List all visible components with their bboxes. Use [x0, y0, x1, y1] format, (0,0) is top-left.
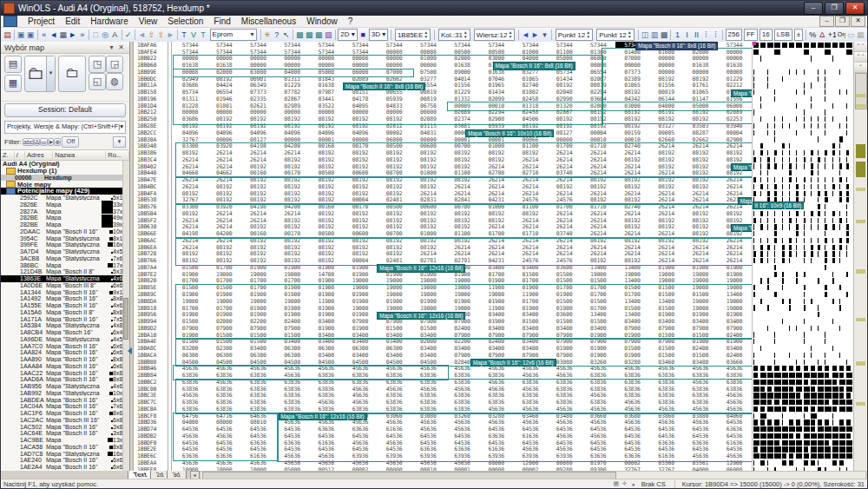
sidebar-scrollbar-thumb[interactable]: [123, 298, 128, 340]
width-16-chip[interactable]: 16: [760, 29, 773, 41]
map-list-item[interactable]: 3954CMapa "Statystyczna 18x1: [1, 235, 129, 241]
menu-item-selection[interactable]: Selection: [162, 17, 208, 26]
splitter-collapse-icon[interactable]: [128, 347, 132, 354]
title-bar[interactable]: WinOLS - Audi A4 (Oryginał), 518752, Hex…: [1, 1, 867, 16]
map-list-item[interactable]: 1ABDEAMapa "Bosch II 16"6x6: [1, 396, 129, 403]
map-list-item[interactable]: 1AAC22Mapa "Bosch II 16"8x8: [1, 369, 129, 376]
tools-icon[interactable]: ✳: [262, 29, 272, 42]
filter-button-0[interactable]: abc: [23, 138, 34, 146]
byte-order-ii-icon[interactable]: II: [692, 29, 701, 42]
spinner-arrows-icon[interactable]: ▲▼: [463, 30, 469, 39]
view-type-icon[interactable]: T: [199, 29, 208, 42]
map-list-item[interactable]: 1AC64EMapa "Bosch II 16"3x8: [1, 430, 129, 437]
map-label[interactable]: Mapa "Bosch II 16": 10x: [731, 163, 752, 171]
vertical-scrollbar[interactable]: ⌃⌃ ⌃⌃ ⌃: [853, 42, 867, 471]
download-icon[interactable]: ⇧: [156, 29, 166, 42]
edit-mode-icon[interactable]: ✓: [123, 29, 133, 42]
map-list-item[interactable]: 1AA890Mapa "Bosch II 16"8x8: [1, 356, 129, 363]
save-project-button[interactable]: ▦: [4, 75, 22, 92]
sign-chip[interactable]: ±: [794, 29, 803, 41]
map-list-item[interactable]: 1A8CB4Mapa "Bosch 16"6x4: [1, 329, 129, 336]
column-header-z[interactable]: Z.: [1, 151, 15, 159]
map-list-item[interactable]: 1A0D6EMapa "Bosch III 8"6x6: [1, 282, 129, 289]
map-list-item[interactable]: 1AAD6AMapa "Bosch II 16"8x8: [1, 376, 129, 383]
map-list-item[interactable]: 386BCMapa17x: [1, 261, 129, 268]
filter-button-1[interactable]: Δ: [34, 138, 40, 146]
view-2d-chip[interactable]: 2D ▾: [338, 29, 357, 41]
map-color-icon[interactable]: ▨: [324, 29, 333, 42]
map-label[interactable]: Mapa "Bosch II 16": 12x6 (16 Bit): [470, 359, 556, 367]
open-dropdown-arrow-icon[interactable]: ▼: [46, 56, 55, 91]
help-icon[interactable]: ?: [272, 29, 281, 42]
map-label-overflow[interactable]: II 16": 10x9 (16 Bit): [753, 202, 805, 209]
filter-button-4[interactable]: ⊕: [54, 138, 61, 146]
column-header-adres[interactable]: Adres: [25, 151, 53, 159]
panel-header[interactable]: Wybór map ▾ ✕: [1, 42, 129, 54]
map-list-item[interactable]: 1A155EMapa "Bosch II 16"4x6: [1, 302, 129, 309]
map-grid-icon[interactable]: ▦: [58, 29, 68, 42]
map-pack-3-icon[interactable]: ▩: [314, 29, 324, 42]
map-list-item[interactable]: 1A96DEMapa "Statystyczna 14x5: [1, 336, 129, 343]
scroll-up-icon[interactable]: ⌃: [854, 63, 867, 73]
map-label[interactable]: Mapa "Bosch II 16": 10x: [731, 224, 752, 232]
point-x-spinner[interactable]: Punkt 12▲▼: [556, 29, 594, 41]
panel-close-icon[interactable]: ✕: [116, 43, 126, 51]
mdi-minimize-button[interactable]: –: [819, 16, 834, 27]
map-pack-1-icon[interactable]: ▩: [295, 29, 305, 42]
map-label[interactable]: Mapa "Bosch II 16": 8x8 (16 Bit): [635, 42, 718, 50]
spinner-arrows-icon[interactable]: ▲▼: [585, 30, 591, 39]
compare-button[interactable]: ◱: [89, 73, 106, 90]
window-split-icon[interactable]: ◫: [640, 29, 649, 42]
delta-icon[interactable]: Δ: [818, 29, 827, 42]
tree-folder-hexdump[interactable]: Hexdump (1): [1, 168, 129, 175]
map-label[interactable]: Mapa "Bosch II 16": 12x16 (16 Bit): [279, 413, 367, 420]
menu-item-project[interactable]: Project: [23, 17, 60, 26]
mdi-close-button[interactable]: ✕: [851, 16, 865, 27]
list-column-headers[interactable]: Z./AdresNazwaRo...: [1, 149, 129, 161]
map-list-item[interactable]: 1AC04AMapa "Bosch II 16"7x6: [1, 403, 129, 410]
address-input[interactable]: 1B85EE▲▼: [395, 29, 431, 41]
menu-item-edit[interactable]: Edit: [60, 17, 85, 26]
plus-one-icon[interactable]: +1: [827, 29, 837, 42]
row-mode-icon[interactable]: ⁞: [711, 29, 720, 42]
redo-icon[interactable]: ►: [166, 29, 175, 42]
context-help-icon[interactable]: ↖: [281, 29, 291, 42]
nav-drop-icon[interactable]: ▾: [540, 29, 549, 42]
spinner-arrows-icon[interactable]: ▲▼: [423, 30, 429, 39]
map-list-item[interactable]: 1AC1F6Mapa "Bosch II 16"8x6: [1, 410, 129, 417]
map-label[interactable]: Mapa "Bosch II 16": 12x16 (16 Bit): [377, 312, 465, 320]
undo-icon[interactable]: ◄: [137, 29, 147, 42]
color-swatch-icon[interactable]: ■: [358, 29, 368, 42]
map-list-item[interactable]: 1A171AMapa "Bosch II 16"7x5: [1, 315, 129, 322]
map-list-item[interactable]: 1AB956Mapa "Statystyczna 14x6: [1, 383, 129, 390]
import-maps-button[interactable]: 🗀: [58, 56, 86, 92]
export-file-button[interactable]: ◲: [106, 56, 123, 73]
value-bars-overview[interactable]: II 16": 10x9 (16 Bit): [752, 42, 853, 471]
eprom-combo[interactable]: Eprom▾: [210, 29, 257, 41]
projects-dropdown[interactable]: Projekty, Wersje & Mapy: (Ctrl+Shift+F) …: [4, 121, 126, 134]
map-list-item[interactable]: 1AC9BEMapa13x: [1, 437, 129, 444]
filter-button-2[interactable]: ▭: [40, 138, 48, 146]
map-list-item[interactable]: 121D4BMapa "Bosch II 8"5x3: [1, 268, 129, 275]
map-label[interactable]: Mapa "Bosch II 16": [731, 89, 752, 97]
window-hexdump-icon[interactable]: ▣: [16, 29, 26, 42]
filter-off-button[interactable]: Off: [62, 136, 79, 148]
map-list-item[interactable]: 1A1344Mapa "Bosch II 16"9x1: [1, 288, 129, 295]
upload-icon[interactable]: ⇧: [147, 29, 156, 42]
map-list-item[interactable]: 1AA824Mapa "Bosch II 16"6x6: [1, 349, 129, 356]
bookmark-grid-icon[interactable]: ▩: [659, 29, 668, 42]
view-3d-chip[interactable]: 3D ▾: [369, 29, 388, 41]
minimize-button[interactable]: –: [804, 2, 823, 15]
menu-item-window[interactable]: Window: [301, 17, 343, 26]
view-values-icon[interactable]: V: [189, 29, 199, 42]
map-list-item[interactable]: 1AAA84Mapa "Bosch II 16"6x6: [1, 363, 129, 370]
menu-item-?[interactable]: ?: [343, 17, 358, 26]
panel-pin-icon[interactable]: ▾: [107, 43, 116, 51]
lsb-chip[interactable]: LSB: [774, 29, 792, 41]
spinner-arrows-icon[interactable]: ▲▼: [627, 30, 633, 39]
new-project-button[interactable]: ▤: [4, 56, 22, 73]
filter-dropdown-icon[interactable]: ▼: [113, 136, 126, 148]
import-file-button[interactable]: ◳: [89, 56, 106, 73]
map-list-item[interactable]: 1AB992Mapa "Statystyczna 110x: [1, 390, 129, 397]
window-list-icon[interactable]: ▣: [26, 29, 36, 42]
